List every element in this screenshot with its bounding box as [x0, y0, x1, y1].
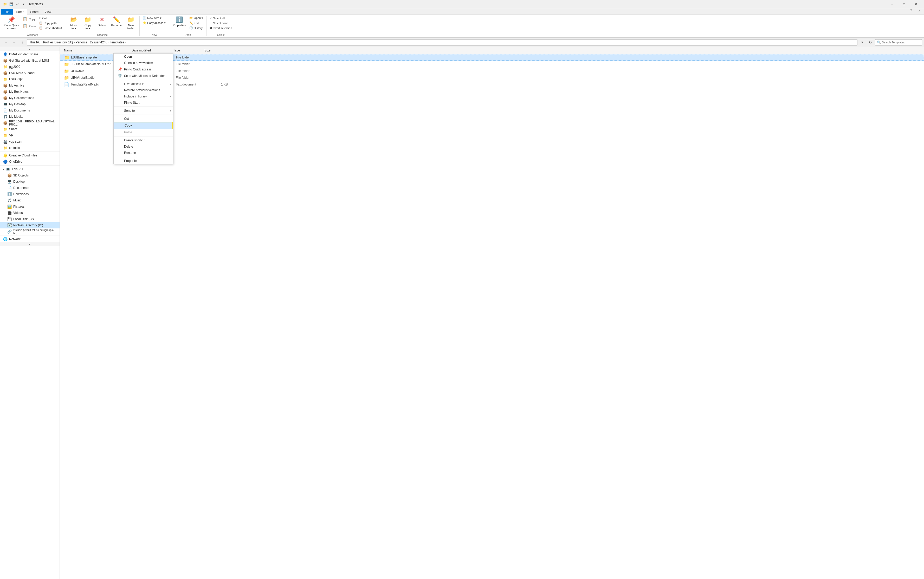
- open-button[interactable]: 📂 Open ▾: [188, 16, 204, 20]
- sidebar-item-3d-objects[interactable]: 📦 3D Objects: [0, 172, 59, 178]
- forward-button[interactable]: →: [10, 39, 18, 46]
- tab-file[interactable]: File: [1, 9, 13, 15]
- paste-shortcut-button[interactable]: 📋 Paste shortcut: [38, 26, 63, 30]
- ctx-scan-defender[interactable]: 🛡️ Scan with Microsoft Defender...: [114, 72, 173, 79]
- tab-home[interactable]: Home: [13, 9, 27, 15]
- qa-folder-icon[interactable]: 📁: [2, 1, 8, 7]
- sidebar-item-onedrive[interactable]: 🔵 OneDrive: [0, 159, 59, 165]
- search-box[interactable]: 🔍: [875, 39, 922, 46]
- sidebar-item-my-collaborations[interactable]: 📦 My Collaborations: [0, 95, 59, 101]
- quick-access-toolbar[interactable]: 📁 💾 ↩ ▾: [2, 1, 26, 7]
- tab-share[interactable]: Share: [27, 9, 41, 15]
- file-item-ue4virual[interactable]: 📁 UE4VirutalStudio File folder: [60, 74, 924, 81]
- new-folder-button[interactable]: 📁 Newfolder: [124, 16, 137, 30]
- ctx-delete[interactable]: Delete: [114, 144, 173, 150]
- minimize-button[interactable]: −: [886, 0, 898, 8]
- invert-selection-button[interactable]: ⇄ Invert selection: [208, 26, 233, 30]
- delete-button[interactable]: ✕ Delete: [95, 16, 108, 27]
- file-item-lsu-base-nort[interactable]: 📁 LSUBaseTemplateNoRT4.27 File folder: [60, 61, 924, 67]
- sidebar-item-ggj2020[interactable]: 📁 ggj2020: [0, 64, 59, 70]
- copy-to-button[interactable]: 📁 Copyto ▾: [81, 16, 94, 31]
- easy-access-button[interactable]: ⭐ Easy access ▾: [142, 21, 167, 25]
- sidebar-item-box-lsu[interactable]: 📦 Get Started with Box at LSU!: [0, 57, 59, 64]
- ctx-copy[interactable]: Copy: [114, 122, 173, 129]
- qa-dropdown-btn[interactable]: ▾: [21, 1, 26, 7]
- sidebar-item-pictures[interactable]: 🖼️ Pictures: [0, 203, 59, 210]
- file-item-template-readme[interactable]: 📄 TemplateReadMe.txt Text document 1 KB: [60, 81, 924, 88]
- pin-to-quick-access-button[interactable]: 📌 Pin to Quickaccess: [2, 16, 21, 30]
- ctx-pin-quick-access[interactable]: 📌 Pin to Quick access: [114, 66, 173, 72]
- search-input[interactable]: [882, 41, 920, 44]
- ctx-rename[interactable]: Rename: [114, 150, 173, 156]
- sidebar-item-this-pc[interactable]: ▼ 💻 This PC: [0, 166, 59, 172]
- ctx-cut[interactable]: Cut: [114, 116, 173, 122]
- file-item-lsu-base-template[interactable]: 📁 LSUBaseTemplate 5/27/2022 2:49 PM File…: [60, 54, 924, 61]
- address-path[interactable]: This PC › Profiles Directory (D:) › Perf…: [27, 39, 857, 46]
- sidebar-item-my-media[interactable]: 🎵 My Media: [0, 114, 59, 120]
- back-button[interactable]: ←: [2, 39, 9, 46]
- my-desktop-icon: 💻: [3, 102, 8, 106]
- col-size-header[interactable]: Size: [204, 49, 225, 52]
- select-all-button[interactable]: ☑ Select all: [208, 16, 233, 20]
- sidebar-scroll-up[interactable]: ▲: [0, 47, 59, 51]
- copy-path-button[interactable]: 📋 Copy path: [38, 21, 63, 25]
- ctx-send-to[interactable]: Send to ›: [114, 108, 173, 114]
- tab-view[interactable]: View: [42, 9, 54, 15]
- ctx-pin-start[interactable]: Pin to Start: [114, 100, 173, 106]
- qa-undo-btn[interactable]: ↩: [15, 1, 20, 7]
- edit-button[interactable]: ✏️ Edit: [188, 21, 204, 25]
- sidebar-item-my-archive[interactable]: 📦 My Archive: [0, 82, 59, 88]
- sidebar-item-share[interactable]: 📁 Share: [0, 126, 59, 132]
- sidebar-item-my-desktop[interactable]: 💻 My Desktop: [0, 101, 59, 107]
- refresh-button[interactable]: ↻: [867, 39, 874, 46]
- sidebar-item-my-box-notes[interactable]: 📦 My Box Notes: [0, 88, 59, 95]
- sidebar-item-desktop[interactable]: 🖥️ Desktop: [0, 178, 59, 185]
- sidebar-item-downloads[interactable]: ⬇️ Downloads: [0, 191, 59, 197]
- ctx-open-new-window[interactable]: Open in new window: [114, 60, 173, 66]
- cut-button[interactable]: ✂ Cut: [38, 16, 63, 20]
- rename-button[interactable]: ✏️ Rename: [110, 16, 123, 27]
- ctx-create-shortcut[interactable]: Create shortcut: [114, 137, 173, 144]
- sidebar-item-dmae[interactable]: 👤 DMAE-student share: [0, 51, 59, 57]
- sidebar-scroll-down[interactable]: ▼: [0, 242, 59, 246]
- ribbon-help-btn[interactable]: ?: [908, 7, 915, 14]
- ctx-properties[interactable]: Properties: [114, 158, 173, 164]
- ctx-open[interactable]: Open: [114, 54, 173, 60]
- ctx-include-library[interactable]: Include in library ›: [114, 93, 173, 100]
- file-item-ue4cave[interactable]: 📁 UE4Cave File folder: [60, 67, 924, 74]
- ribbon-collapse-btn[interactable]: ∧: [916, 7, 923, 14]
- ctx-paste[interactable]: Paste: [114, 129, 173, 136]
- sidebar-item-vp[interactable]: 📁 VP: [0, 132, 59, 139]
- copy-button[interactable]: 📋 Copy: [21, 16, 37, 22]
- ctx-restore-versions[interactable]: Restore previous versions: [114, 87, 173, 93]
- move-to-button[interactable]: 📂 Moveto ▾: [67, 16, 80, 31]
- sidebar-item-creative-cloud[interactable]: 🌟 Creative Cloud Files: [0, 152, 59, 159]
- sidebar-item-lsugg20[interactable]: 📁 LSUGG|20: [0, 76, 59, 82]
- up-button[interactable]: ↑: [19, 39, 26, 46]
- sidebar-item-local-c[interactable]: 💾 Local Disk (C:): [0, 216, 59, 222]
- history-button[interactable]: 🕐 History: [188, 26, 204, 30]
- col-name-header[interactable]: Name: [64, 49, 131, 52]
- properties-button[interactable]: ℹ️ Properties: [171, 16, 187, 27]
- sidebar-item-videos[interactable]: 🎬 Videos: [0, 210, 59, 216]
- sidebar-item-my-documents[interactable]: 📄 My Documents: [0, 107, 59, 114]
- select-none-button[interactable]: ☐ Select none: [208, 21, 233, 25]
- sidebar-item-profiles-d[interactable]: 💽 Profiles Directory (D:): [0, 222, 59, 229]
- sidebar-item-lsu-marc[interactable]: 📦 LSU Marc Aubanel: [0, 70, 59, 76]
- sidebar-item-vpp-scan[interactable]: 🖨️ vpp scan: [0, 139, 59, 145]
- paste-button[interactable]: 📋 Paste: [21, 23, 37, 29]
- qa-save-btn[interactable]: 💾: [8, 1, 14, 7]
- new-item-button[interactable]: 📄 New item ▾: [142, 16, 167, 20]
- sidebar-item-documents[interactable]: 📄 Documents: [0, 185, 59, 191]
- copy-path-icon: 📋: [39, 21, 43, 25]
- sidebar-item-network[interactable]: 🌐 Network: [0, 236, 59, 242]
- col-modified-header[interactable]: Date modified: [131, 49, 173, 52]
- sidebar-item-xrstudio-z[interactable]: 🔗 xrstudio (\\vault.cct.lsu.edu\groups) …: [0, 229, 59, 235]
- col-type-header[interactable]: Type: [173, 49, 204, 52]
- sidebar-item-rfq[interactable]: 📦 RFQ-1549 - REBID= LSU VIRTUAL PRO...: [0, 120, 59, 126]
- ctx-give-access[interactable]: Give access to ›: [114, 81, 173, 87]
- easy-access-icon: ⭐: [143, 21, 146, 25]
- dropdown-button[interactable]: ▾: [858, 39, 866, 46]
- sidebar-item-xrstudio[interactable]: 📁 xrstudio: [0, 145, 59, 151]
- sidebar-item-music[interactable]: 🎵 Music: [0, 197, 59, 203]
